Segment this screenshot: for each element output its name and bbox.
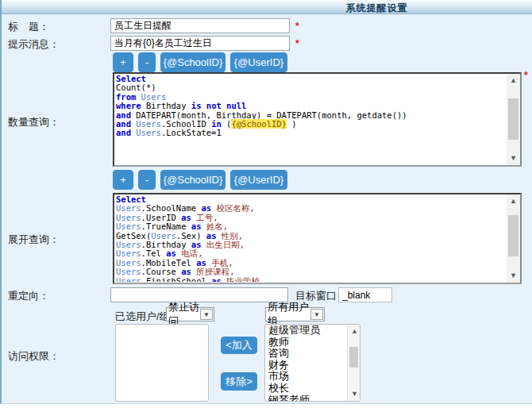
scroll-up-icon[interactable]: ▲ [507,195,520,207]
deny-access-select[interactable]: 禁止访问 ▼ [166,307,214,321]
chevron-down-icon[interactable]: ▼ [310,309,323,320]
selected-users-label: 已选用户/组 [115,310,170,324]
permissions-label: 访问权限： [8,349,60,364]
add-param-button-2[interactable]: + [113,170,133,190]
chevron-down-icon[interactable]: ▼ [200,309,213,320]
scroll-up-icon[interactable]: ▲ [507,75,520,87]
settings-panel: 系统提醒设置 标 题： * 提示消息： * + - {@SchoolID} {@… [0,0,532,404]
scrollbar-thumb[interactable] [508,215,519,256]
scrollbar-thumb[interactable] [508,98,519,140]
message-label: 提示消息： [8,37,60,52]
list-item[interactable]: 超级管理员 [265,325,347,337]
add-permission-button[interactable]: <加入 [221,337,257,354]
title-label: 标 题： [8,20,49,34]
list-item[interactable]: 咨询 [265,348,347,360]
groups-scrollbar[interactable]: ▲ ▼ [347,325,360,401]
redirect-url-input[interactable] [110,287,288,302]
title-input[interactable] [110,18,290,33]
remove-permission-button[interactable]: 移除> [221,372,257,391]
expand-query-scrollbar[interactable]: ▲ ▼ [507,194,520,283]
group-list[interactable]: 超级管理员教师咨询财务市场校长钢琴老师 [265,325,347,401]
count-query-label: 数量查询： [8,115,60,129]
page-title: 系统提醒设置 [220,2,532,15]
expand-query-editor[interactable]: SelectUsers.SchoolName as 校区名称,Users.Use… [113,193,522,284]
redirect-label: 重定向： [8,289,49,303]
count-query-scrollbar[interactable]: ▲ ▼ [507,74,520,165]
remove-param-button-2[interactable]: - [138,170,156,190]
target-window-input[interactable] [338,287,392,302]
scroll-down-icon[interactable]: ▼ [507,270,520,282]
panel-header: 系统提醒设置 [2,0,532,14]
all-groups-listbox[interactable]: 超级管理员教师咨询财务市场校长钢琴老师 ▲ ▼ [264,324,360,402]
system-reminder-settings-page: 系统提醒设置 标 题： * 提示消息： * + - {@SchoolID} {@… [0,0,532,408]
schoolid-param-button-1[interactable]: {@SchoolID} [160,52,226,72]
scroll-down-icon[interactable]: ▼ [507,152,520,164]
message-input[interactable] [110,36,290,51]
message-required-asterisk: * [295,38,299,49]
list-item[interactable]: 市场 [265,371,347,383]
expand-query-sql-text[interactable]: SelectUsers.SchoolName as 校区名称,Users.Use… [116,195,505,282]
selected-users-listbox[interactable] [115,324,209,402]
list-item[interactable]: 财务 [265,360,347,371]
title-required-asterisk: * [295,21,299,32]
schoolid-param-button-2[interactable]: {@SchoolID} [160,170,226,190]
remove-param-button-1[interactable]: - [138,52,156,72]
userid-param-button-1[interactable]: {@UserID} [230,52,287,72]
count-query-editor[interactable]: SelectCount(*)from Userswhere Birthday i… [113,72,522,167]
expand-query-label: 展开查询： [8,233,60,247]
scroll-down-icon[interactable]: ▼ [348,388,360,400]
scrollbar-thumb[interactable] [349,347,358,368]
userid-param-button-2[interactable]: {@UserID} [230,170,287,190]
list-item[interactable]: 钢琴老师 [265,395,347,401]
scroll-up-icon[interactable]: ▲ [348,325,360,337]
list-item[interactable]: 校长 [265,383,347,395]
count-query-required-asterisk: * [524,70,528,81]
add-param-button-1[interactable]: + [113,52,133,72]
list-item[interactable]: 教师 [265,337,347,348]
user-group-select[interactable]: 所有用户组 ▼ [265,307,325,321]
count-query-sql-text[interactable]: SelectCount(*)from Userswhere Birthday i… [116,75,505,164]
